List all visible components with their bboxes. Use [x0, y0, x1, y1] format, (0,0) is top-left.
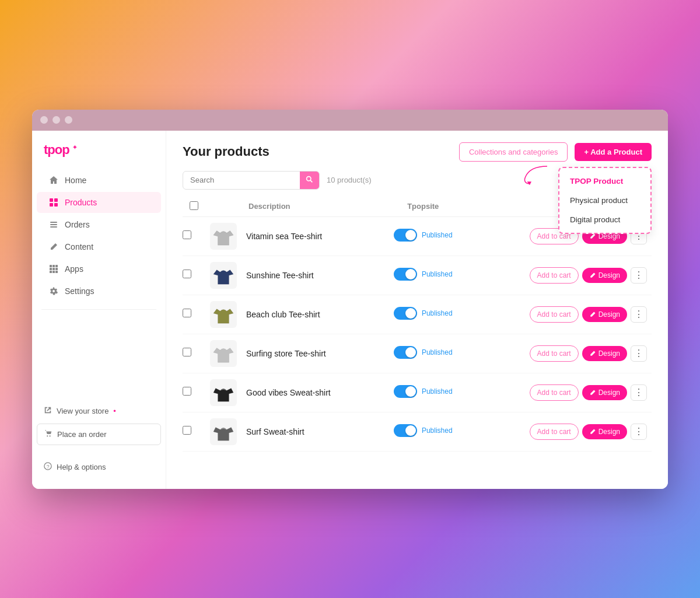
sidebar-item-settings-label: Settings [65, 286, 94, 296]
svg-rect-10 [50, 268, 52, 270]
svg-text:?: ? [47, 463, 50, 469]
col-description: Description [242, 197, 374, 217]
sidebar-item-apps[interactable]: Apps [37, 258, 161, 279]
search-container [183, 171, 320, 190]
more-options-button-3[interactable]: ⋮ [631, 306, 647, 323]
add-to-cart-button-2[interactable]: Add to cart [530, 267, 579, 284]
help-label: Help & options [57, 463, 106, 471]
published-toggle-6[interactable] [394, 424, 417, 437]
product-name-2: Sunshine Tee-shirt [242, 256, 374, 295]
svg-rect-8 [52, 265, 55, 267]
add-to-cart-button-5[interactable]: Add to cart [530, 384, 579, 401]
product-tpopsite-6: Published [374, 412, 471, 451]
logo: tpop ✦ [32, 142, 166, 169]
view-store-button[interactable]: View your store • [37, 401, 161, 421]
pencil-icon [48, 242, 59, 252]
row-checkbox-6[interactable] [183, 426, 191, 435]
product-edit-2: Add to cart Design ⋮ [471, 256, 652, 295]
sidebar-item-home[interactable]: Home [37, 170, 161, 191]
row-checkbox-2[interactable] [183, 270, 191, 278]
design-button-6[interactable]: Design [582, 424, 627, 439]
window-dot-3 [65, 116, 72, 124]
svg-rect-0 [50, 198, 53, 202]
svg-point-16 [47, 435, 48, 436]
row-checkbox-3[interactable] [183, 309, 191, 317]
published-toggle-4[interactable] [394, 346, 417, 359]
svg-rect-13 [50, 271, 52, 273]
sidebar-item-content[interactable]: Content [37, 236, 161, 257]
grid-icon [48, 197, 59, 208]
dropdown-tpop-product[interactable]: TPOP Product [559, 172, 650, 191]
toggle-container-3: Published [394, 307, 453, 320]
more-options-button-2[interactable]: ⋮ [631, 267, 647, 284]
published-toggle-5[interactable] [394, 385, 417, 398]
design-button-5[interactable]: Design [582, 385, 627, 400]
table-row: Good vibes Sweat-shirt Published Add to … [183, 373, 652, 412]
sidebar-item-products[interactable]: Products [37, 192, 161, 213]
titlebar [32, 110, 668, 131]
svg-rect-12 [55, 268, 58, 270]
product-name-4: Surfing store Tee-shirt [242, 334, 374, 373]
add-to-cart-button-3[interactable]: Add to cart [530, 306, 579, 323]
main-content: Your products Collections and categories… [166, 131, 668, 489]
search-input[interactable] [183, 172, 300, 188]
more-options-button-6[interactable]: ⋮ [631, 424, 647, 440]
published-label-6: Published [422, 426, 453, 435]
product-name-3: Beach club Tee-shirt [242, 295, 374, 334]
toggle-container-6: Published [394, 424, 453, 437]
sidebar-item-orders[interactable]: Orders [37, 214, 161, 235]
svg-rect-15 [55, 271, 58, 273]
toggle-container-4: Published [394, 346, 453, 359]
collections-button[interactable]: Collections and categories [459, 142, 568, 162]
product-count: 10 product(s) [327, 176, 372, 184]
select-all-checkbox[interactable] [190, 201, 198, 210]
svg-rect-6 [50, 226, 57, 228]
product-name-5: Good vibes Sweat-shirt [242, 373, 374, 412]
place-order-button[interactable]: Place an order [37, 424, 161, 445]
help-icon: ? [44, 462, 52, 472]
published-label-5: Published [422, 387, 453, 396]
search-button[interactable] [300, 172, 319, 189]
more-options-button-4[interactable]: ⋮ [631, 345, 647, 362]
product-tpopsite-4: Published [374, 334, 471, 373]
add-to-cart-button-4[interactable]: Add to cart [530, 345, 579, 362]
published-toggle-3[interactable] [394, 307, 417, 320]
app-window: tpop ✦ Home [32, 110, 668, 489]
apps-icon [48, 264, 59, 274]
design-button-2[interactable]: Design [582, 268, 627, 283]
row-checkbox-1[interactable] [183, 230, 191, 239]
page-title: Your products [183, 144, 270, 159]
published-toggle-2[interactable] [394, 268, 417, 281]
sidebar-item-settings[interactable]: Settings [37, 281, 161, 302]
product-thumbnail-3 [210, 301, 237, 328]
list-icon [48, 219, 59, 230]
house-icon [48, 175, 59, 186]
svg-rect-11 [52, 268, 55, 270]
main-header: Your products Collections and categories… [166, 131, 668, 171]
published-label-4: Published [422, 348, 453, 356]
nav-bottom: View your store • Place an order [32, 401, 166, 477]
dropdown-digital-product[interactable]: Digital product [559, 210, 650, 229]
add-to-cart-button-6[interactable]: Add to cart [530, 424, 579, 440]
product-tpopsite-5: Published [374, 373, 471, 412]
published-toggle-1[interactable] [394, 229, 417, 242]
header-actions: Collections and categories + Add a Produ… [459, 142, 652, 162]
product-name-1: Vitamin sea Tee-shirt [242, 216, 374, 256]
sidebar-item-content-label: Content [65, 242, 93, 251]
more-options-button-5[interactable]: ⋮ [631, 384, 647, 401]
col-tpopsite: Tpopsite [374, 197, 471, 217]
help-button[interactable]: ? Help & options [37, 457, 161, 477]
row-checkbox-4[interactable] [183, 348, 191, 356]
row-checkbox-5[interactable] [183, 387, 191, 396]
toggle-container-2: Published [394, 268, 453, 281]
product-tpopsite-3: Published [374, 295, 471, 334]
toggle-container-1: Published [394, 229, 453, 242]
dropdown-physical-product[interactable]: Physical product [559, 191, 650, 210]
design-button-4[interactable]: Design [582, 346, 627, 361]
add-product-button[interactable]: + Add a Product [575, 143, 652, 161]
svg-rect-7 [50, 265, 52, 267]
product-thumbnail-6 [210, 418, 237, 445]
table-row: Surf Sweat-shirt Published Add to cart D… [183, 412, 652, 451]
app-body: tpop ✦ Home [32, 131, 668, 489]
design-button-3[interactable]: Design [582, 307, 627, 322]
